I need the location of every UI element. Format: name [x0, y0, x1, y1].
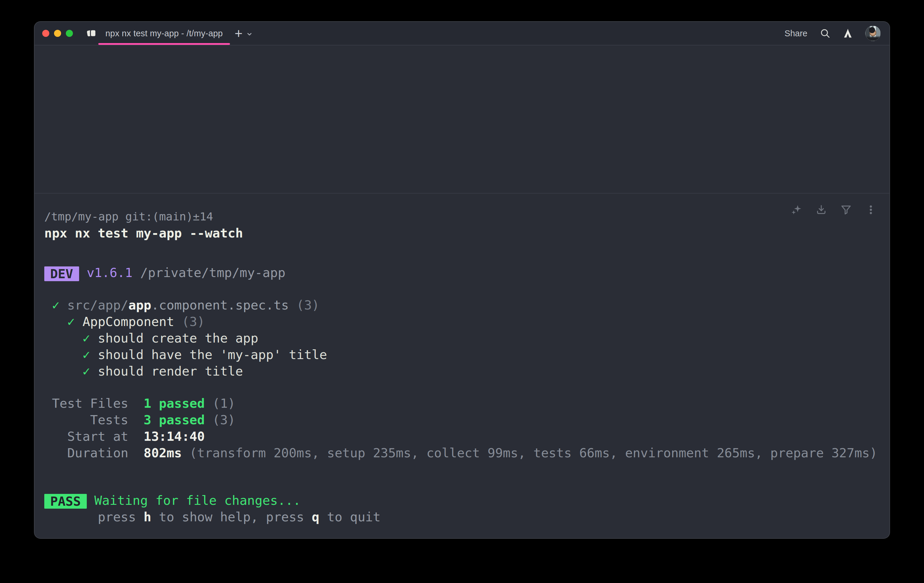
command-line: npx nx test my-app --watch	[44, 225, 878, 241]
active-tab-indicator	[98, 43, 230, 45]
pass-status-line: PASSWaiting for file changes...	[44, 492, 878, 509]
summary-label: Tests	[44, 412, 129, 428]
zoom-window-button[interactable]	[66, 30, 73, 37]
summary-row-start-at: Start at13:14:40	[44, 428, 878, 445]
hint-text: press	[98, 509, 144, 524]
test-file-name: app	[129, 298, 152, 313]
summary-value: 802ms	[144, 446, 182, 460]
test-case-name: should create the app	[98, 331, 258, 346]
test-suite-count: (3)	[182, 314, 205, 329]
hint-text: to show help, press	[151, 509, 312, 524]
hint-text: to quit	[319, 509, 381, 524]
summary-suffix: (transform 200ms, setup 235ms, collect 9…	[190, 446, 877, 460]
previous-block	[35, 45, 889, 194]
new-tab-controls: +	[235, 26, 253, 40]
check-icon: ✓	[82, 331, 90, 346]
check-icon: ✓	[82, 347, 90, 362]
minimize-window-button[interactable]	[54, 30, 61, 37]
test-results-tree: ✓src/app/app.component.spec.ts(3) ✓AppCo…	[44, 297, 878, 379]
hint-key-q: q	[312, 509, 319, 524]
prompt-path: /tmp/my-app	[44, 210, 119, 223]
terminal-window: npx nx test my-app - /t/my-app + Share	[34, 21, 890, 539]
avatar[interactable]	[865, 26, 881, 41]
test-suite-name: AppComponent	[82, 314, 174, 329]
prompt-line: /tmp/my-app git:(main)±14	[44, 208, 878, 225]
test-suite-row: ✓AppComponent(3)	[44, 313, 878, 330]
check-icon: ✓	[67, 314, 75, 329]
check-icon: ✓	[52, 298, 59, 313]
new-tab-button[interactable]: +	[235, 26, 243, 40]
share-button[interactable]: Share	[785, 29, 807, 38]
sparkles-icon[interactable]	[791, 204, 802, 216]
vitest-dev-line: DEVv1.6.1/private/tmp/my-app	[44, 264, 878, 281]
summary-row-duration: Duration802ms(transform 200ms, setup 235…	[44, 445, 878, 461]
test-case-row: ✓should render title	[44, 363, 878, 379]
test-case-name: should have the 'my-app' title	[98, 347, 327, 362]
vitest-cwd: /private/tmp/my-app	[140, 265, 285, 280]
summary-suffix: (1)	[213, 396, 236, 411]
prompt-git-status: git:(main)±14	[125, 210, 213, 223]
test-case-row: ✓should have the 'my-app' title	[44, 346, 878, 363]
summary-value: 1 passed	[144, 396, 205, 411]
block-toolbar	[791, 204, 876, 216]
summary-label: Test Files	[44, 395, 129, 412]
watch-status: PASSWaiting for file changes... press h …	[44, 492, 878, 525]
test-case-name: should render title	[98, 364, 243, 379]
check-icon: ✓	[82, 364, 90, 379]
test-file-row: ✓src/app/app.component.spec.ts(3)	[44, 297, 878, 313]
test-summary: Test Files1 passed(1) Tests3 passed(3) S…	[44, 395, 878, 461]
summary-label: Duration	[44, 445, 129, 461]
summary-label: Start at	[44, 428, 129, 445]
summary-value: 3 passed	[144, 412, 205, 427]
tab-title: npx nx test my-app - /t/my-app	[106, 29, 223, 38]
titlebar[interactable]: npx nx test my-app - /t/my-app + Share	[35, 22, 889, 45]
titlebar-right-cluster: Share	[785, 26, 882, 41]
test-case-row: ✓should create the app	[44, 330, 878, 346]
command-block: /tmp/my-app git:(main)±14 npx nx test my…	[35, 194, 889, 525]
dev-badge: DEV	[44, 267, 79, 281]
chevron-down-icon[interactable]	[246, 29, 253, 38]
more-vertical-icon[interactable]	[865, 204, 876, 216]
download-icon[interactable]	[816, 204, 827, 216]
active-tab[interactable]: npx nx test my-app - /t/my-app	[86, 22, 227, 45]
vitest-version: v1.6.1	[87, 265, 132, 280]
test-file-ext: .component.spec.ts	[151, 298, 289, 313]
summary-value: 13:14:40	[144, 429, 205, 444]
test-file-count: (3)	[296, 298, 319, 313]
summary-row-tests: Tests3 passed(3)	[44, 412, 878, 428]
test-file-dir: src/app/	[67, 298, 129, 313]
watch-hint-line: press h to show help, press q to quit	[44, 509, 878, 525]
status-message: Waiting for file changes...	[94, 493, 301, 508]
pass-badge: PASS	[44, 494, 87, 509]
desktop-background: npx nx test my-app - /t/my-app + Share	[0, 0, 924, 583]
search-icon[interactable]	[820, 28, 830, 39]
hint-key-h: h	[144, 509, 152, 524]
filter-icon[interactable]	[840, 204, 852, 216]
summary-row-test-files: Test Files1 passed(1)	[44, 395, 878, 412]
warp-logo-icon[interactable]	[843, 28, 853, 38]
pages-icon	[86, 29, 97, 38]
close-window-button[interactable]	[42, 30, 49, 37]
window-controls	[42, 30, 73, 37]
summary-suffix: (3)	[213, 412, 236, 427]
